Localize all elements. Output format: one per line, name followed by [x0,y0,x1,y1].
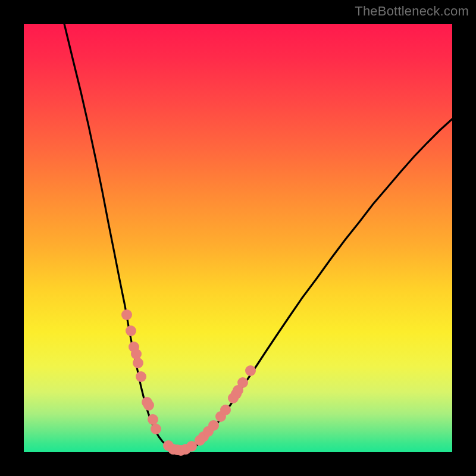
data-dot [237,377,248,388]
data-dots [121,309,256,456]
data-dot [143,400,154,411]
plot-area [24,24,452,452]
watermark-text: TheBottleneck.com [355,4,469,19]
data-dot [126,325,136,336]
data-dot [208,420,219,431]
data-dot [131,349,142,359]
data-dot [220,405,231,415]
bottleneck-curve [64,24,452,451]
data-dot [245,365,256,376]
data-dot [121,309,132,320]
data-dot [151,424,161,434]
data-dot [136,371,146,382]
data-dot [133,358,143,368]
chart-frame: TheBottleneck.com [0,0,476,476]
data-dot [148,414,158,425]
curve-svg [24,24,452,452]
